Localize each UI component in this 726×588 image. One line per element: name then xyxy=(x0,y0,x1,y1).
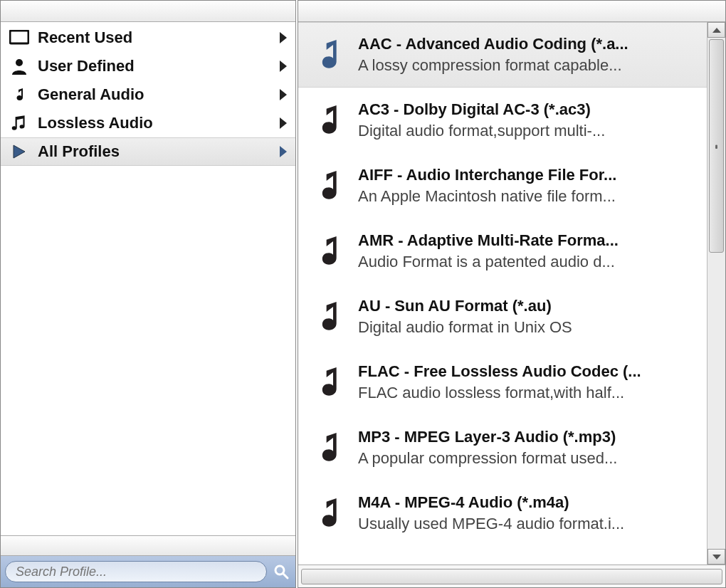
scroll-track[interactable]: ••• xyxy=(707,38,725,549)
search-icon[interactable] xyxy=(271,562,291,582)
category-label: User Defined xyxy=(38,57,280,75)
category-recent-used[interactable]: Recent Used xyxy=(1,23,295,52)
category-label: Recent Used xyxy=(38,28,280,47)
profile-text: AU - Sun AU Format (*.au) Digital audio … xyxy=(351,297,703,337)
music-note-icon xyxy=(305,359,351,405)
profile-title: AIFF - Audio Interchange File For... xyxy=(358,166,703,184)
profile-list: AAC - Advanced Audio Coding (*.a... A lo… xyxy=(298,22,707,546)
profile-row[interactable]: AC3 - Dolby Digital AC-3 (*.ac3) Digital… xyxy=(298,88,707,153)
profile-text: AAC - Advanced Audio Coding (*.a... A lo… xyxy=(351,35,703,75)
profile-desc: Digital audio format in Unix OS xyxy=(358,318,703,337)
music-note-icon xyxy=(8,85,31,105)
scroll-thumb[interactable]: ••• xyxy=(709,39,724,253)
music-note-icon xyxy=(305,294,351,340)
music-note-icon xyxy=(305,229,351,274)
profile-title: FLAC - Free Lossless Audio Codec (... xyxy=(358,362,703,381)
chevron-right-icon xyxy=(280,32,287,43)
profile-title: AAC - Advanced Audio Coding (*.a... xyxy=(358,35,703,53)
profile-row[interactable]: FLAC - Free Lossless Audio Codec (... FL… xyxy=(298,350,707,415)
sidebar-footer xyxy=(1,535,295,587)
chevron-right-icon xyxy=(280,89,287,100)
music-note-icon xyxy=(305,425,351,471)
profile-desc: A lossy compression format capable... xyxy=(358,56,703,75)
category-lossless-audio[interactable]: Lossless Audio xyxy=(1,109,295,137)
profile-row[interactable]: MP3 - MPEG Layer-3 Audio (*.mp3) A popul… xyxy=(298,415,707,481)
sidebar-footer-header xyxy=(1,536,295,556)
profile-header xyxy=(298,1,725,22)
profile-row[interactable]: AIFF - Audio Interchange File For... An … xyxy=(298,153,707,219)
category-all-profiles[interactable]: All Profiles xyxy=(1,137,295,166)
category-list: Recent Used User Defined General Audio L… xyxy=(1,22,295,535)
music-note-icon xyxy=(305,98,351,143)
horizontal-scrollbar[interactable] xyxy=(301,569,722,584)
profile-text: FLAC - Free Lossless Audio Codec (... FL… xyxy=(351,362,703,402)
person-icon xyxy=(8,56,31,76)
profile-text: MP3 - MPEG Layer-3 Audio (*.mp3) A popul… xyxy=(351,428,703,468)
category-general-audio[interactable]: General Audio xyxy=(1,80,295,109)
music-note-icon xyxy=(305,163,351,209)
music-note-icon xyxy=(305,490,351,536)
music-note-icon xyxy=(305,32,351,78)
double-note-icon xyxy=(8,113,31,133)
profile-row[interactable]: AAC - Advanced Audio Coding (*.a... A lo… xyxy=(298,22,707,88)
profile-footer xyxy=(298,565,725,587)
profile-desc: An Apple Macintosh native file form... xyxy=(358,187,703,206)
profile-row[interactable]: M4A - MPEG-4 Audio (*.m4a) Usually used … xyxy=(298,481,707,546)
monitor-icon xyxy=(8,28,31,48)
profile-desc: FLAC audio lossless format,with half... xyxy=(358,384,703,402)
profile-panel: AAC - Advanced Audio Coding (*.a... A lo… xyxy=(298,0,726,588)
profile-desc: A popular compression format used... xyxy=(358,449,703,468)
vertical-scrollbar[interactable]: ••• xyxy=(707,22,725,565)
scroll-up-button[interactable] xyxy=(707,22,725,38)
chevron-right-icon xyxy=(280,61,287,72)
category-label: Lossless Audio xyxy=(38,114,280,132)
profile-desc: Usually used MPEG-4 audio format.i... xyxy=(358,515,703,533)
profile-title: AC3 - Dolby Digital AC-3 (*.ac3) xyxy=(358,100,703,119)
svg-point-1 xyxy=(16,59,23,66)
profile-text: AMR - Adaptive Multi-Rate Forma... Audio… xyxy=(351,231,703,271)
svg-line-3 xyxy=(283,574,288,578)
sidebar-header xyxy=(1,1,295,22)
play-icon xyxy=(8,142,31,162)
profile-title: MP3 - MPEG Layer-3 Audio (*.mp3) xyxy=(358,428,703,446)
svg-rect-0 xyxy=(10,31,28,43)
profile-row[interactable]: AMR - Adaptive Multi-Rate Forma... Audio… xyxy=(298,219,707,284)
chevron-right-icon xyxy=(280,146,287,157)
profile-desc: Audio Format is a patented audio d... xyxy=(358,253,703,271)
profile-title: AU - Sun AU Format (*.au) xyxy=(358,297,703,315)
chevron-right-icon xyxy=(280,117,287,129)
category-user-defined[interactable]: User Defined xyxy=(1,52,295,80)
profile-desc: Digital audio format,support multi-... xyxy=(358,122,703,140)
scroll-down-button[interactable] xyxy=(707,549,725,565)
category-label: All Profiles xyxy=(38,142,280,161)
search-input[interactable] xyxy=(5,561,267,582)
search-bar xyxy=(1,556,295,587)
profile-title: AMR - Adaptive Multi-Rate Forma... xyxy=(358,231,703,250)
category-label: General Audio xyxy=(38,85,280,104)
profile-title: M4A - MPEG-4 Audio (*.m4a) xyxy=(358,493,703,512)
profile-text: AIFF - Audio Interchange File For... An … xyxy=(351,166,703,206)
profile-row[interactable]: AU - Sun AU Format (*.au) Digital audio … xyxy=(298,284,707,350)
profile-scroll: AAC - Advanced Audio Coding (*.a... A lo… xyxy=(298,22,725,565)
profile-text: AC3 - Dolby Digital AC-3 (*.ac3) Digital… xyxy=(351,100,703,140)
profile-text: M4A - MPEG-4 Audio (*.m4a) Usually used … xyxy=(351,493,703,533)
sidebar: Recent Used User Defined General Audio L… xyxy=(0,0,296,588)
